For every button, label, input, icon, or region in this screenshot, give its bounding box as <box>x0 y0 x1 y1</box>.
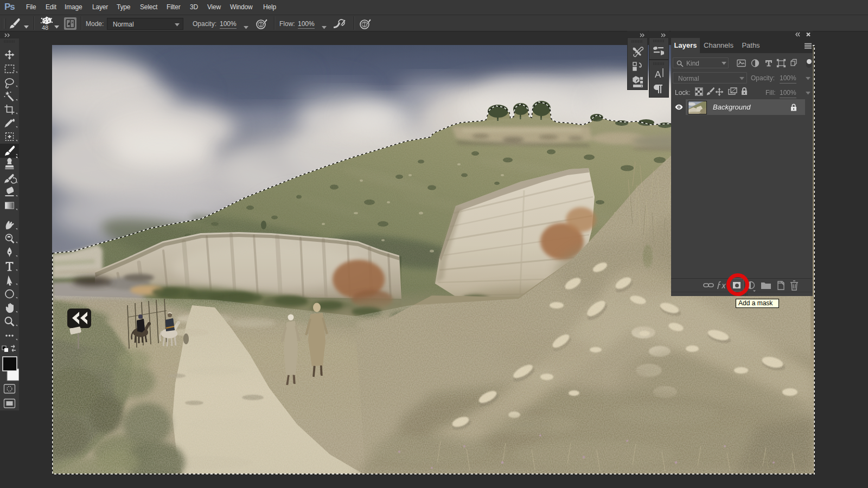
svg-text:A: A <box>655 69 661 80</box>
